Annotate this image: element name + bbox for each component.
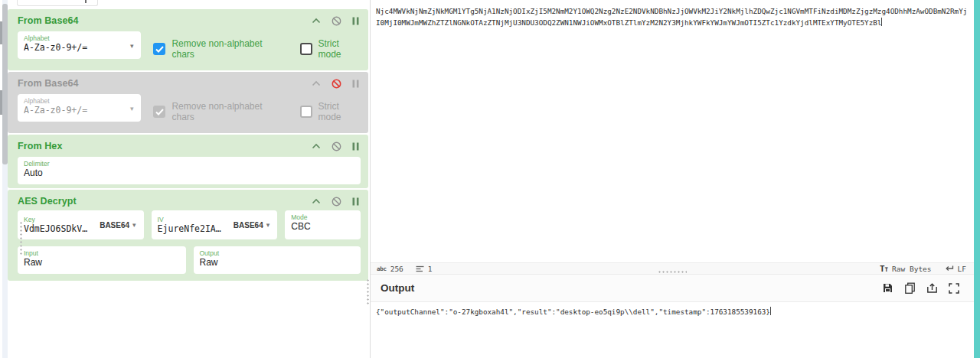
recipe-io-splitter-handle[interactable] — [367, 278, 369, 304]
checkbox-label: Strict mode — [318, 38, 361, 60]
scrollbar-thumb[interactable] — [2, 4, 8, 164]
arg-label: Alphabet — [24, 34, 135, 42]
recipe-op-from-base64-disabled[interactable]: From Base64 Alphabet A-Za-z0-9+/= ▾ Remo… — [8, 72, 368, 133]
breakpoint-pause-icon[interactable] — [352, 142, 359, 151]
arg-value: Raw — [200, 257, 355, 268]
breakpoint-pause-icon[interactable] — [352, 17, 359, 25]
checkbox-label: Strict mode — [318, 101, 361, 122]
checkbox-remove-non-alphabet[interactable]: Remove non-alphabet chars — [153, 101, 279, 122]
input-line: I0MjI0MWJmMWZhZTZlNGNkOTAzZTNjMjU3NDU3OD… — [376, 18, 881, 27]
save-output-icon[interactable] — [882, 282, 893, 294]
delimiter-field[interactable]: Delimiter Auto — [18, 157, 361, 184]
recipe-op-from-base64[interactable]: From Base64 Alphabet A-Za-z0-9+/= ▾ Remo… — [8, 9, 368, 70]
recipe-panel: From Base64 Alphabet A-Za-z0-9+/= ▾ Remo… — [8, 0, 370, 358]
text-cursor — [881, 18, 882, 26]
checkbox-remove-non-alphabet[interactable]: Remove non-alphabet chars — [153, 38, 279, 60]
op-title: From Hex — [18, 141, 62, 151]
op-title: AES Decrypt — [18, 196, 77, 207]
operations-recipe-splitter-handle[interactable] — [20, 221, 22, 256]
disable-op-icon[interactable] — [332, 197, 341, 207]
arg-value: A-Za-z0-9+/= — [24, 105, 135, 116]
char-count-value: 256 — [390, 265, 403, 273]
key-field[interactable]: Key VdmEJO6SDkV… BASE64▾ — [18, 210, 144, 239]
recipe-scrollbar[interactable] — [2, 0, 8, 358]
window-edge-accent — [974, 0, 980, 358]
caret-down-icon: ▾ — [130, 42, 134, 50]
input-editor[interactable]: Njc4MWVkNjNmZjNkMGM1YTg5NjA1NzNjODIxZjI5… — [376, 5, 972, 28]
checkbox-label: Remove non-alphabet chars — [172, 38, 279, 60]
arg-value: A-Za-z0-9+/= — [24, 42, 135, 54]
op-title: From Base64 — [18, 78, 79, 89]
arg-label: Alphabet — [24, 97, 135, 105]
char-count-icon: abc — [377, 265, 387, 272]
output-editor[interactable]: {"outputChannel":"o-27kgboxah4l","result… — [376, 306, 972, 317]
checkbox-checked-icon[interactable] — [153, 43, 165, 55]
arg-label: Output — [200, 249, 355, 257]
arg-value: VdmEJO6SDkV… — [24, 223, 95, 235]
arg-value: CBC — [291, 221, 354, 233]
cropped-operation-above — [17, 0, 98, 6]
recipe-op-from-hex[interactable]: From Hex Delimiter Auto — [8, 135, 368, 188]
caret-down-icon: ▾ — [132, 221, 136, 229]
output-line: {"outputChannel":"o-27kgboxah4l","result… — [376, 308, 770, 316]
output-format-field[interactable]: Output Raw — [194, 246, 361, 274]
line-ending-icon — [944, 265, 954, 272]
arg-label: Mode — [291, 213, 354, 221]
key-type-dropdown[interactable]: BASE64▾ — [95, 221, 137, 229]
iv-type-dropdown[interactable]: BASE64▾ — [229, 221, 271, 229]
recipe-op-aes-decrypt[interactable]: AES Decrypt Key VdmEJO6SDkV… BASE64▾ IV … — [8, 190, 368, 281]
input-line: Njc4MWVkNjNmZjNkMGM1YTg5NjA1NzNjODIxZjI5… — [376, 5, 972, 17]
collapse-args-icon[interactable] — [312, 18, 321, 24]
arg-value: EjureNfe2IA… — [158, 223, 229, 235]
eol-selector[interactable]: LF — [944, 265, 966, 273]
caret-down-icon: ▾ — [130, 105, 134, 112]
collapse-args-icon[interactable] — [312, 80, 321, 86]
arg-label: Key — [24, 216, 95, 223]
output-title: Output — [381, 282, 414, 294]
arg-value: Raw — [24, 257, 180, 268]
checkbox-unchecked-icon[interactable] — [300, 43, 312, 55]
replace-input-with-output-icon[interactable] — [926, 282, 938, 294]
disable-op-icon[interactable] — [332, 16, 341, 26]
arg-label: IV — [158, 216, 229, 223]
char-count: abc 256 — [377, 265, 403, 273]
disable-op-icon-active[interactable] — [332, 79, 341, 89]
arg-label: Delimiter — [24, 160, 354, 168]
collapse-args-icon[interactable] — [312, 198, 321, 204]
op-title: From Base64 — [18, 15, 79, 26]
checkbox-unchecked-icon[interactable] — [300, 106, 312, 118]
collapse-args-icon[interactable] — [312, 143, 321, 149]
disable-op-icon[interactable] — [332, 142, 341, 151]
io-panel: Njc4MWVkNjNmZjNkMGM1YTg5NjA1NzNjODIxZjI5… — [370, 0, 974, 358]
line-count-icon — [416, 265, 424, 272]
breakpoint-pause-icon[interactable] — [352, 80, 359, 88]
mode-field[interactable]: Mode CBC — [285, 210, 361, 239]
checkbox-label: Remove non-alphabet chars — [172, 101, 279, 122]
arg-label: Input — [24, 249, 180, 257]
arg-value: Auto — [24, 168, 354, 179]
alphabet-dropdown[interactable]: Alphabet A-Za-z0-9+/= ▾ — [18, 31, 141, 59]
encoding-value: Raw Bytes — [892, 265, 931, 273]
cropped-text-fragment — [85, 0, 87, 3]
checkbox-strict-mode[interactable]: Strict mode — [300, 101, 361, 122]
caret-down-icon: ▾ — [266, 221, 270, 229]
copy-output-icon[interactable] — [904, 282, 916, 294]
breakpoint-pause-icon[interactable] — [352, 197, 359, 206]
maximize-output-icon[interactable] — [949, 283, 959, 294]
line-count-value: 1 — [428, 265, 433, 273]
eol-value: LF — [958, 265, 966, 273]
text-cursor — [770, 307, 771, 315]
checkbox-strict-mode[interactable]: Strict mode — [300, 38, 361, 60]
input-output-splitter-handle[interactable] — [658, 271, 687, 273]
line-count: 1 — [416, 265, 433, 273]
checkbox-checked-icon[interactable] — [153, 106, 165, 118]
encoding-selector[interactable]: TT Raw Bytes — [880, 264, 932, 274]
iv-field[interactable]: IV EjureNfe2IA… BASE64▾ — [152, 210, 278, 239]
input-format-field[interactable]: Input Raw — [18, 246, 186, 274]
output-header: Output — [371, 275, 974, 302]
char-encoding-icon: TT — [880, 264, 888, 274]
alphabet-dropdown[interactable]: Alphabet A-Za-z0-9+/= ▾ — [18, 94, 141, 122]
